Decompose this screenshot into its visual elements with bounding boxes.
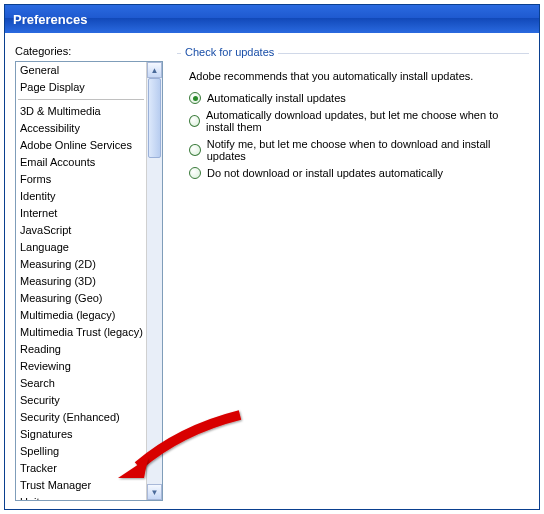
list-item[interactable]: Multimedia (legacy) <box>16 307 146 324</box>
radio-option[interactable]: Automatically install updates <box>189 92 523 104</box>
list-item[interactable]: Reading <box>16 341 146 358</box>
list-item[interactable]: Reviewing <box>16 358 146 375</box>
list-item[interactable]: Accessibility <box>16 120 146 137</box>
radio-label: Automatically install updates <box>207 92 346 104</box>
list-item[interactable]: Measuring (2D) <box>16 256 146 273</box>
list-item[interactable]: 3D & Multimedia <box>16 103 146 120</box>
radio-label: Notify me, but let me choose when to dow… <box>207 138 523 162</box>
list-item[interactable]: Tracker <box>16 460 146 477</box>
radio-group: Automatically install updatesAutomatical… <box>185 92 523 179</box>
radio-option[interactable]: Do not download or install updates autom… <box>189 167 523 179</box>
scrollbar[interactable]: ▲ ▼ <box>146 62 162 500</box>
scroll-up-button[interactable]: ▲ <box>147 62 162 78</box>
radio-icon[interactable] <box>189 167 201 179</box>
radio-option[interactable]: Notify me, but let me choose when to dow… <box>189 138 523 162</box>
categories-label: Categories: <box>15 45 163 57</box>
list-item[interactable]: JavaScript <box>16 222 146 239</box>
preferences-window: Preferences Categories: GeneralPage Disp… <box>4 4 540 510</box>
list-item[interactable]: General <box>16 62 146 79</box>
updates-description: Adobe recommends that you automatically … <box>189 70 523 82</box>
scroll-track[interactable] <box>147 78 162 484</box>
list-item[interactable]: Forms <box>16 171 146 188</box>
list-item[interactable]: Internet <box>16 205 146 222</box>
scroll-thumb[interactable] <box>148 78 161 158</box>
list-item[interactable]: Measuring (3D) <box>16 273 146 290</box>
list-item[interactable]: Identity <box>16 188 146 205</box>
radio-icon[interactable] <box>189 115 200 127</box>
list-item[interactable]: Language <box>16 239 146 256</box>
list-item[interactable]: Multimedia Trust (legacy) <box>16 324 146 341</box>
list-item[interactable]: Trust Manager <box>16 477 146 494</box>
group-title: Check for updates <box>181 46 278 58</box>
list-item[interactable]: Page Display <box>16 79 146 96</box>
radio-label: Automatically download updates, but let … <box>206 109 523 133</box>
categories-list: GeneralPage Display3D & MultimediaAccess… <box>16 62 146 500</box>
radio-option[interactable]: Automatically download updates, but let … <box>189 109 523 133</box>
updates-group: Check for updates Adobe recommends that … <box>177 53 529 190</box>
list-item[interactable]: Measuring (Geo) <box>16 290 146 307</box>
list-item[interactable]: Adobe Online Services <box>16 137 146 154</box>
list-item[interactable]: Search <box>16 375 146 392</box>
list-item[interactable]: Security <box>16 392 146 409</box>
list-divider <box>18 99 144 100</box>
categories-listbox[interactable]: GeneralPage Display3D & MultimediaAccess… <box>15 61 163 501</box>
radio-icon[interactable] <box>189 144 201 156</box>
content-area: Categories: GeneralPage Display3D & Mult… <box>5 33 539 509</box>
titlebar: Preferences <box>5 5 539 33</box>
radio-icon[interactable] <box>189 92 201 104</box>
categories-panel: Categories: GeneralPage Display3D & Mult… <box>15 45 163 497</box>
radio-label: Do not download or install updates autom… <box>207 167 443 179</box>
window-title: Preferences <box>13 12 87 27</box>
list-item[interactable]: Signatures <box>16 426 146 443</box>
scroll-down-button[interactable]: ▼ <box>147 484 162 500</box>
list-item[interactable]: Security (Enhanced) <box>16 409 146 426</box>
list-item[interactable]: Units <box>16 494 146 500</box>
list-item[interactable]: Email Accounts <box>16 154 146 171</box>
list-item[interactable]: Spelling <box>16 443 146 460</box>
settings-panel: Check for updates Adobe recommends that … <box>177 45 529 497</box>
